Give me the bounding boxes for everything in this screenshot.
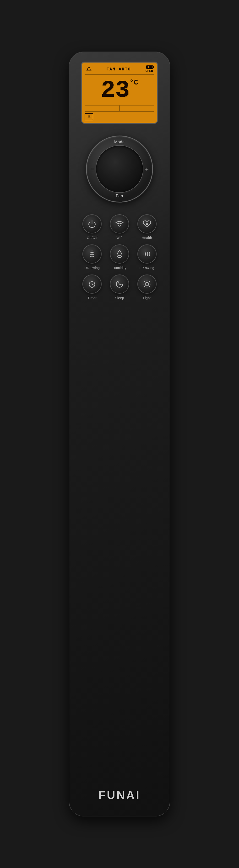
health-button-group: Health [136,214,158,240]
display-bottom-row: ❄ [85,112,154,120]
wifi-button-group: Wifi [109,214,131,240]
ud-swing-label: UD-swing [84,266,100,270]
dial-outer-ring[interactable] [86,135,153,203]
svg-line-6 [144,281,144,282]
wifi-icon [115,219,124,229]
light-label: Light [143,296,151,300]
snowflake-icon: ❄ [87,114,91,119]
dial-plus-label[interactable]: + [145,166,149,172]
light-button-group: Light [136,275,158,300]
display-middle-right [120,105,154,111]
sleep-icon [115,279,124,289]
wifi-label: Wifi [116,236,122,240]
display-screen: FAN AUTO OPER 23 °C [81,62,158,124]
humidity-icon [115,249,124,259]
dial-container[interactable]: Mode Fan − + [86,135,153,203]
lr-swing-icon [142,249,152,259]
display-middle-row [85,105,154,112]
health-label: Health [142,236,152,240]
health-icon [142,219,152,229]
dial-minus-label[interactable]: − [90,166,94,172]
sleep-button-group: Sleep [109,275,131,300]
svg-point-1 [119,226,120,227]
humidity-button[interactable] [110,244,129,264]
sleep-label: Sleep [115,296,124,300]
dial-inner-circle[interactable] [96,145,143,193]
power-label: On/Off [87,236,97,240]
svg-point-3 [145,282,149,286]
timer-button[interactable] [82,275,102,293]
power-button-group: On/Off [81,214,103,240]
display-top-right: OPER [145,65,153,73]
wifi-button[interactable] [110,214,129,234]
display-middle-left [85,105,120,111]
humidity-button-group: Humidity [109,244,131,270]
display-oper-label: OPER [145,69,153,73]
brand-label: FUNAI [99,774,141,802]
power-button[interactable] [82,214,102,234]
light-icon [142,279,152,289]
lr-swing-button-group: LR-swing [136,244,158,270]
display-temperature: 23 [101,79,130,102]
humidity-label: Humidity [112,266,127,270]
lr-swing-label: LR-swing [139,266,154,270]
timer-label: Timer [87,296,97,300]
svg-line-7 [149,286,150,287]
button-grid: On/Off Wifi [81,214,158,300]
timer-icon [87,279,97,289]
ud-swing-button[interactable] [82,244,102,264]
power-icon [87,219,97,229]
dial-mode-label: Mode [114,140,125,144]
remote-control: FAN AUTO OPER 23 °C [69,52,170,816]
svg-line-10 [144,286,144,287]
health-button[interactable] [137,214,157,234]
bell-icon [86,67,92,72]
display-snowflake-box: ❄ [85,113,93,120]
svg-line-11 [149,281,150,282]
page-wrapper: FAN AUTO OPER 23 °C [0,0,239,868]
display-top-row: FAN AUTO OPER [85,65,154,75]
ud-swing-button-group: UD-swing [81,244,103,270]
display-battery-icon [146,65,153,69]
sleep-button[interactable] [110,275,129,293]
display-unit: °C [130,79,138,87]
light-button[interactable] [137,275,157,293]
display-temp-row: 23 °C [85,76,154,105]
timer-button-group: Timer [81,275,103,300]
lr-swing-button[interactable] [137,244,157,264]
display-fan-label: FAN AUTO [106,67,131,72]
dial-fan-label: Fan [116,194,123,198]
ud-swing-icon [87,249,97,259]
